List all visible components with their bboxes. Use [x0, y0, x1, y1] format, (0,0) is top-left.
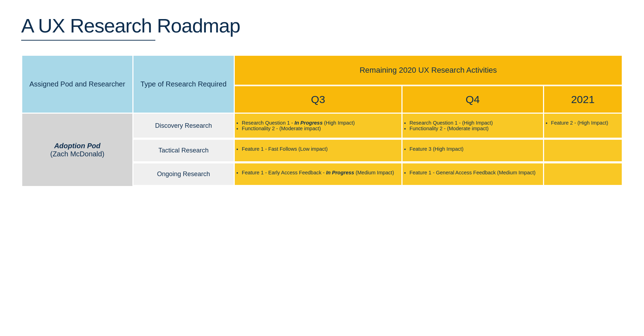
pod-name-cell: Adoption Pod(Zach McDonald) — [22, 114, 132, 186]
research-type-cell: Discovery Research — [133, 114, 234, 139]
table-row: Adoption Pod(Zach McDonald)Discovery Res… — [22, 114, 622, 139]
2021-cell: Feature 2 - (High Impact) — [544, 114, 622, 139]
q4-cell: Research Question 1 - (High Impact)Funct… — [402, 114, 543, 139]
2021-cell — [544, 163, 622, 186]
q3-header: Q3 — [235, 86, 401, 113]
title-divider — [21, 40, 155, 41]
q4-cell: Feature 3 (High Impact) — [402, 140, 543, 162]
page-title: A UX Research Roadmap — [21, 14, 623, 37]
header-row-1: Assigned Pod and Researcher Type of Rese… — [22, 56, 622, 85]
2021-header: 2021 — [544, 86, 622, 113]
col-assigned-pod-header: Assigned Pod and Researcher — [22, 56, 132, 113]
col-research-type-header: Type of Research Required — [133, 56, 234, 113]
table-body: Adoption Pod(Zach McDonald)Discovery Res… — [22, 114, 622, 186]
research-type-cell: Ongoing Research — [133, 163, 234, 186]
2021-cell — [544, 140, 622, 162]
q4-header: Q4 — [402, 86, 543, 113]
q3-cell: Feature 1 - Early Access Feedback - In P… — [235, 163, 401, 186]
q4-cell: Feature 1 - General Access Feedback (Med… — [402, 163, 543, 186]
research-type-cell: Tactical Research — [133, 140, 234, 162]
q3-cell: Feature 1 - Fast Follows (Low impact) — [235, 140, 401, 162]
roadmap-table: Assigned Pod and Researcher Type of Rese… — [21, 55, 623, 187]
q3-cell: Research Question 1 - In Progress (High … — [235, 114, 401, 139]
activities-header: Remaining 2020 UX Research Activities — [235, 56, 622, 85]
